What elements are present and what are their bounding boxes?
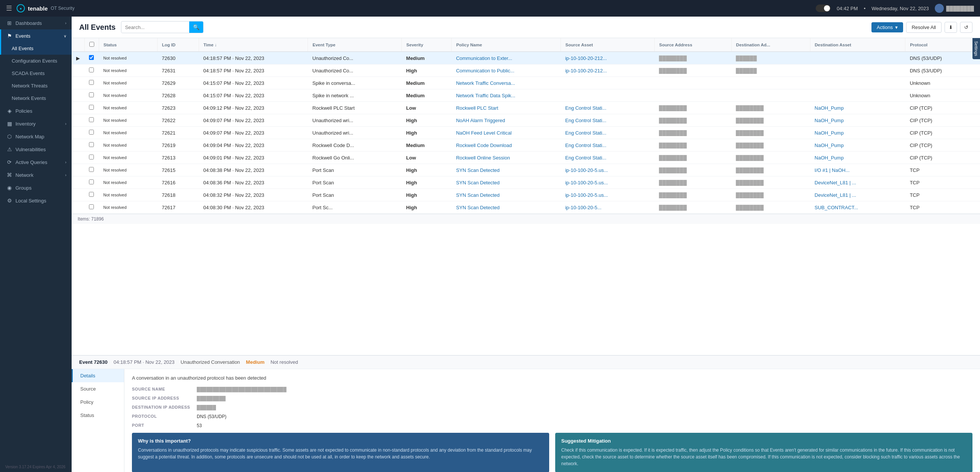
policy-name-cell[interactable]: Communication to Public... (452, 64, 561, 77)
sidebar-item-all-events[interactable]: All Events (0, 42, 72, 55)
policy-link[interactable]: Rockwell Online Session (456, 155, 510, 161)
policy-name-cell[interactable]: SYN Scan Detected (452, 189, 561, 201)
table-row[interactable]: Not resolved 72617 04:08:30 PM · Nov 22,… (72, 201, 980, 214)
sidebar-item-configuration-events[interactable]: Configuration Events (0, 55, 72, 67)
table-row[interactable]: Not resolved 72628 04:15:07 PM · Nov 22,… (72, 89, 980, 102)
dest-asset-cell[interactable] (810, 89, 905, 102)
row-checkbox[interactable] (89, 67, 94, 72)
row-checkbox[interactable] (89, 117, 94, 122)
policy-link[interactable]: NaOH Feed Level Critical (456, 130, 511, 136)
source-asset-cell[interactable]: ip-10-100-20-212... (560, 64, 654, 77)
dest-asset-cell[interactable]: I/O #1 | NaOH... (810, 164, 905, 177)
refresh-button[interactable]: ↺ (960, 22, 972, 33)
sidebar-item-local-settings[interactable]: ⚙ Local Settings (0, 194, 72, 207)
source-asset-cell[interactable]: Eng Control Stati... (560, 151, 654, 164)
source-asset-cell[interactable]: Eng Control Stati... (560, 114, 654, 127)
checkbox-cell[interactable] (84, 102, 99, 114)
dest-asset-cell[interactable]: NaOH_Pump (810, 151, 905, 164)
row-checkbox[interactable] (89, 155, 94, 159)
dest-asset-link[interactable]: NaOH_Pump (815, 142, 843, 148)
table-row[interactable]: Not resolved 72618 04:08:32 PM · Nov 22,… (72, 189, 980, 201)
source-asset-link[interactable]: Eng Control Stati... (565, 118, 606, 123)
dest-asset-link[interactable]: I/O #1 | NaOH... (815, 167, 850, 173)
policy-name-cell[interactable]: Communication to Exter... (452, 52, 561, 64)
table-row[interactable]: Not resolved 72629 04:15:07 PM · Nov 22,… (72, 77, 980, 89)
policy-link[interactable]: Communication to Public... (456, 68, 514, 73)
expand-cell[interactable]: ▶ (72, 52, 84, 64)
policy-name-cell[interactable]: SYN Scan Detected (452, 164, 561, 177)
dest-asset-cell[interactable] (810, 77, 905, 89)
source-asset-link[interactable]: ip-10-100-20-5... (565, 205, 601, 210)
expand-cell[interactable] (72, 77, 84, 89)
table-row[interactable]: Not resolved 72613 04:09:01 PM · Nov 22,… (72, 151, 980, 164)
policy-name-cell[interactable]: Rockwell Code Download (452, 139, 561, 151)
sidebar-item-scada-events[interactable]: SCADA Events (0, 67, 72, 80)
source-asset-link[interactable]: Eng Control Stati... (565, 142, 606, 148)
sidebar-item-groups[interactable]: ◉ Groups (0, 181, 72, 194)
checkbox-cell[interactable] (84, 201, 99, 214)
dest-asset-cell[interactable]: NaOH_Pump (810, 127, 905, 139)
table-row[interactable]: Not resolved 72631 04:18:57 PM · Nov 22,… (72, 64, 980, 77)
dest-asset-link[interactable]: NaOH_Pump (815, 105, 843, 111)
source-asset-cell[interactable] (560, 89, 654, 102)
detail-tab-details[interactable]: Details (72, 369, 124, 382)
sidebar-item-network-threats[interactable]: Network Threats (0, 80, 72, 92)
table-row[interactable]: Not resolved 72619 04:09:04 PM · Nov 22,… (72, 139, 980, 151)
source-asset-link[interactable]: ip-10-100-20-5.us... (565, 180, 608, 185)
expand-cell[interactable] (72, 102, 84, 114)
source-asset-cell[interactable]: Eng Control Stati... (560, 127, 654, 139)
row-checkbox[interactable] (89, 179, 94, 184)
expand-cell[interactable] (72, 177, 84, 189)
expand-cell[interactable] (72, 114, 84, 127)
source-asset-cell[interactable]: ip-10-100-20-5... (560, 201, 654, 214)
policy-name-cell[interactable]: Rockwell Online Session (452, 151, 561, 164)
hamburger-icon[interactable]: ☰ (6, 4, 12, 13)
source-asset-link[interactable]: ip-10-100-20-5.us... (565, 192, 608, 198)
expand-cell[interactable] (72, 139, 84, 151)
dest-asset-link[interactable]: DeviceNet_L81 | ... (815, 192, 856, 198)
checkbox-cell[interactable] (84, 52, 99, 64)
table-row[interactable]: Not resolved 72621 04:09:07 PM · Nov 22,… (72, 127, 980, 139)
sidebar-item-network[interactable]: ⌘ Network › (0, 169, 72, 181)
dest-asset-cell[interactable] (810, 64, 905, 77)
sidebar-item-network-map[interactable]: ⬡ Network Map (0, 130, 72, 143)
actions-button[interactable]: Actions ▾ (872, 22, 903, 32)
source-asset-cell[interactable]: ip-10-100-20-5.us... (560, 164, 654, 177)
policy-link[interactable]: SYN Scan Detected (456, 180, 500, 185)
select-all-checkbox[interactable] (89, 42, 94, 47)
dest-asset-link[interactable]: DeviceNet_L81 | ... (815, 180, 856, 185)
policy-link[interactable]: Network Traffic Data Spik... (456, 93, 515, 98)
source-asset-cell[interactable]: ip-10-100-20-212... (560, 52, 654, 64)
dest-asset-cell[interactable]: NaOH_Pump (810, 102, 905, 114)
policy-name-cell[interactable]: SYN Scan Detected (452, 201, 561, 214)
dest-asset-link[interactable]: NaOH_Pump (815, 155, 843, 161)
dest-asset-link[interactable]: NaOH_Pump (815, 118, 843, 123)
source-asset-link[interactable]: ip-10-100-20-212... (565, 56, 607, 61)
checkbox-cell[interactable] (84, 164, 99, 177)
policy-link[interactable]: SYN Scan Detected (456, 192, 500, 198)
policy-name-cell[interactable]: Network Traffic Data Spik... (452, 89, 561, 102)
table-row[interactable]: Not resolved 72622 04:09:07 PM · Nov 22,… (72, 114, 980, 127)
policy-link[interactable]: Rockwell PLC Start (456, 105, 498, 111)
source-asset-cell[interactable]: Eng Control Stati... (560, 102, 654, 114)
expand-cell[interactable] (72, 164, 84, 177)
sidebar-item-inventory[interactable]: ▦ Inventory › (0, 117, 72, 130)
checkbox-cell[interactable] (84, 127, 99, 139)
expand-cell[interactable] (72, 64, 84, 77)
checkbox-cell[interactable] (84, 114, 99, 127)
policy-link[interactable]: Communication to Exter... (456, 56, 512, 61)
row-checkbox[interactable] (89, 130, 94, 135)
sidebar-item-active-queries[interactable]: ⟳ Active Queries › (0, 156, 72, 169)
policy-name-cell[interactable]: Rockwell PLC Start (452, 102, 561, 114)
expand-cell[interactable] (72, 201, 84, 214)
expand-cell[interactable] (72, 127, 84, 139)
policy-name-cell[interactable]: NoAH Alarm Triggered (452, 114, 561, 127)
checkbox-cell[interactable] (84, 177, 99, 189)
table-row[interactable]: Not resolved 72615 04:08:38 PM · Nov 22,… (72, 164, 980, 177)
search-button[interactable]: 🔍 (189, 21, 203, 33)
theme-toggle[interactable] (816, 5, 831, 12)
sidebar-item-policies[interactable]: ◈ Policies (0, 104, 72, 117)
row-checkbox[interactable] (89, 55, 94, 60)
dest-asset-cell[interactable]: DeviceNet_L81 | ... (810, 177, 905, 189)
dest-asset-link[interactable]: NaOH_Pump (815, 130, 843, 136)
